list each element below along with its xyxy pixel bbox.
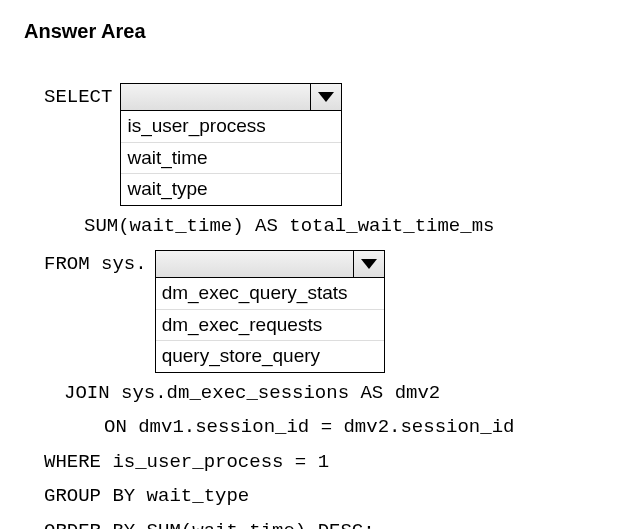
dropdown-option[interactable]: dm_exec_query_stats bbox=[156, 278, 384, 310]
dropdown-header[interactable] bbox=[121, 84, 341, 111]
where-clause: WHERE is_user_process = 1 bbox=[44, 448, 329, 477]
sql-code-area: SELECT is_user_process wait_time wait_ty… bbox=[24, 83, 609, 529]
groupby-clause: GROUP BY wait_type bbox=[44, 482, 249, 511]
on-clause: ON dmv1.session_id = dmv2.session_id bbox=[104, 413, 514, 442]
select-column-dropdown[interactable]: is_user_process wait_time wait_type bbox=[120, 83, 342, 206]
chevron-down-icon bbox=[318, 92, 334, 102]
join-clause: JOIN sys.dm_exec_sessions AS dmv2 bbox=[64, 379, 440, 408]
dropdown-option[interactable]: query_store_query bbox=[156, 341, 384, 372]
dropdown-arrow-box[interactable] bbox=[310, 84, 341, 110]
orderby-clause: ORDER BY SUM(wait_time) DESC; bbox=[44, 517, 375, 530]
sum-clause: SUM(wait_time) AS total_wait_time_ms bbox=[84, 212, 494, 241]
page-title: Answer Area bbox=[24, 20, 609, 43]
from-keyword: FROM sys. bbox=[44, 250, 147, 279]
from-table-dropdown[interactable]: dm_exec_query_stats dm_exec_requests que… bbox=[155, 250, 385, 373]
dropdown-list: dm_exec_query_stats dm_exec_requests que… bbox=[156, 278, 384, 372]
select-keyword: SELECT bbox=[44, 83, 112, 112]
dropdown-option[interactable]: wait_time bbox=[121, 143, 341, 175]
dropdown-list: is_user_process wait_time wait_type bbox=[121, 111, 341, 205]
dropdown-header[interactable] bbox=[156, 251, 384, 278]
dropdown-option[interactable]: is_user_process bbox=[121, 111, 341, 143]
dropdown-arrow-box[interactable] bbox=[353, 251, 384, 277]
dropdown-option[interactable]: dm_exec_requests bbox=[156, 310, 384, 342]
dropdown-option[interactable]: wait_type bbox=[121, 174, 341, 205]
chevron-down-icon bbox=[361, 259, 377, 269]
